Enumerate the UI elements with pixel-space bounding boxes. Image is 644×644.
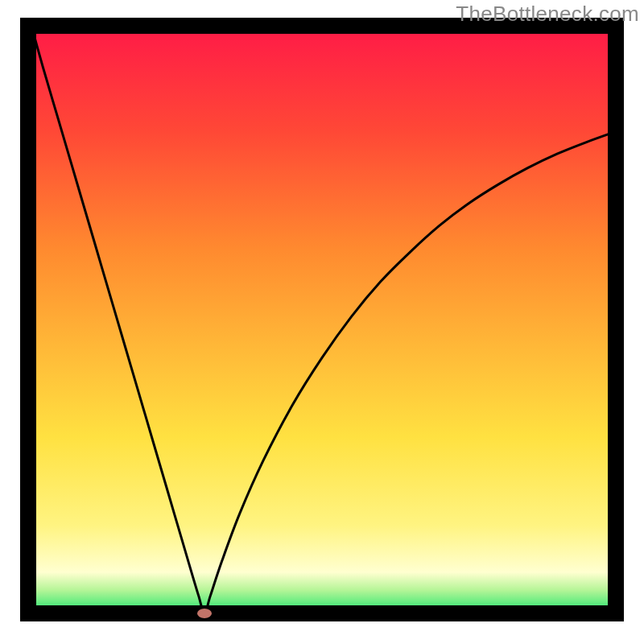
plot-area <box>20 18 624 621</box>
chart-container: TheBottleneck.com <box>0 0 644 644</box>
optimum-marker <box>197 609 212 618</box>
attribution-text: TheBottleneck.com <box>456 2 639 27</box>
plot-svg <box>20 18 624 621</box>
